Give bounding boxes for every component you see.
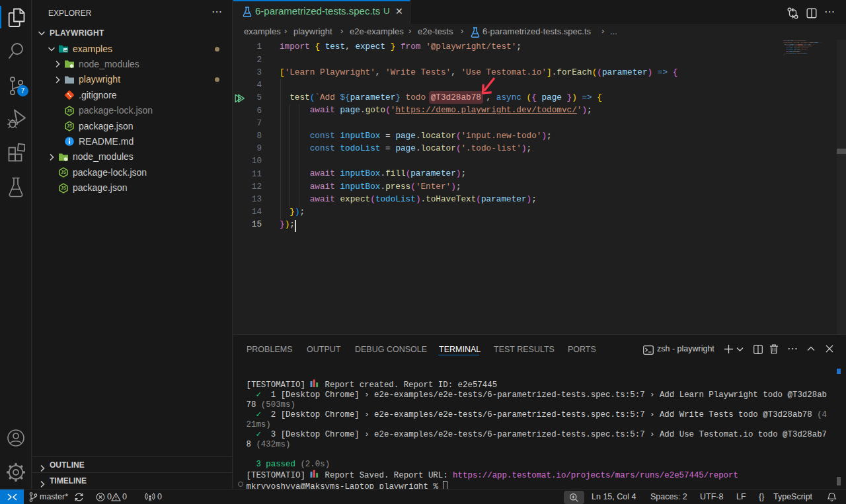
svg-text:JS: JS <box>61 170 67 175</box>
svg-text:JS: JS <box>61 186 67 190</box>
svg-text:JS: JS <box>67 108 73 113</box>
svg-text:JS: JS <box>67 124 73 128</box>
